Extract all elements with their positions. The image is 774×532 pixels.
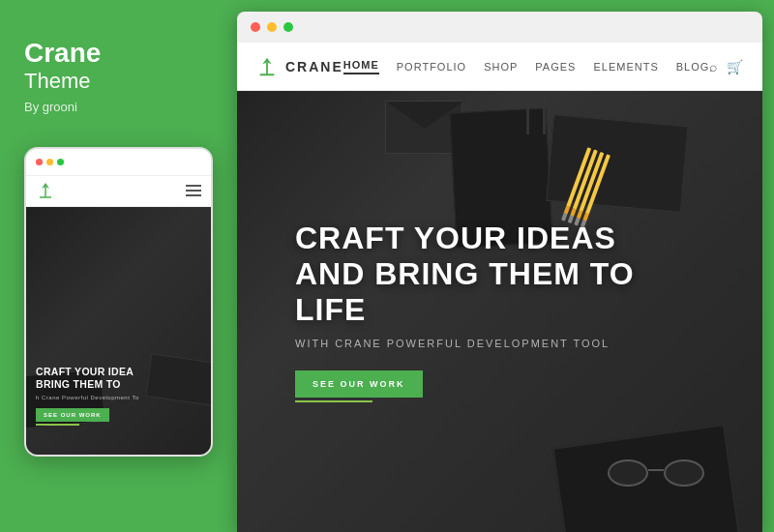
nav-item-blog[interactable]: BLOG [676, 61, 710, 73]
left-panel: Crane Theme By grooni [0, 0, 237, 532]
mobile-nav [26, 176, 211, 207]
site-logo: CRANE [256, 56, 343, 77]
mobile-dot-red [36, 159, 43, 165]
hero-cta-button[interactable]: SEE OUR WORK [295, 370, 423, 398]
mobile-hero-content: CRAFT YOUR IDEA BRING THEM TO h Crane Po… [36, 366, 201, 426]
nav-icons: ⌕ 🛒 [709, 59, 743, 74]
mobile-top-bar [26, 149, 211, 176]
nav-item-elements[interactable]: ELEMENTS [593, 61, 658, 73]
hamburger-line [186, 190, 201, 192]
book-2-decoration [546, 114, 688, 213]
theme-title-block: Crane Theme By grooni [24, 39, 101, 137]
glasses-right-lens [664, 459, 704, 487]
browser-window: CRANE HOME PORTFOLIO SHOP PAGES ELEMENTS… [237, 12, 762, 532]
glasses-bridge [648, 469, 664, 471]
nav-item-home[interactable]: HOME [343, 59, 379, 74]
mobile-window-dots [36, 159, 64, 165]
hero-subtitle: With Crane Powerful Development Tool [295, 338, 663, 349]
site-logo-icon [256, 56, 278, 77]
mobile-dot-green [57, 159, 64, 165]
hamburger-line [186, 185, 201, 187]
hero-title-line2: AND BRING THEM TO LIFE [295, 256, 663, 328]
hero-main-title: CRAFT YOUR IDEAS AND BRING THEM TO LIFE [295, 221, 663, 327]
theme-title: Crane [24, 39, 101, 69]
theme-subtitle: Theme [24, 69, 101, 94]
nav-item-portfolio[interactable]: PORTFOLIO [397, 61, 466, 73]
hero-cta-underline [295, 400, 372, 402]
website-content: CRANE HOME PORTFOLIO SHOP PAGES ELEMENTS… [237, 43, 762, 532]
mobile-hero-title: CRAFT YOUR IDEA BRING THEM TO [36, 366, 201, 392]
hero-text: CRAFT YOUR IDEAS AND BRING THEM TO LIFE … [295, 221, 663, 401]
mobile-mockup: CRAFT YOUR IDEA BRING THEM TO h Crane Po… [24, 147, 213, 457]
glasses-left-lens [608, 459, 648, 487]
site-logo-text: CRANE [285, 59, 343, 74]
mobile-dot-yellow [46, 159, 53, 165]
mobile-cta-button[interactable]: SEE OUR WORK [36, 408, 109, 422]
nav-item-shop[interactable]: SHOP [484, 61, 518, 73]
browser-dot-yellow [267, 22, 277, 32]
nav-item-pages[interactable]: PAGES [535, 61, 576, 73]
glasses-decoration [608, 459, 704, 493]
binder-clip [526, 105, 546, 134]
site-nav: CRANE HOME PORTFOLIO SHOP PAGES ELEMENTS… [237, 43, 762, 91]
mobile-logo-icon [36, 181, 55, 200]
theme-by: By grooni [24, 100, 101, 114]
cart-icon[interactable]: 🛒 [727, 59, 743, 74]
mobile-hero-sub: h Crane Powerful Development To [36, 395, 201, 400]
binder-clip-decoration [526, 105, 555, 154]
site-hero: CRAFT YOUR IDEAS AND BRING THEM TO LIFE … [237, 91, 762, 532]
browser-dot-green [283, 22, 293, 32]
hero-title-line1: CRAFT YOUR IDEAS [295, 221, 663, 256]
site-nav-menu: HOME PORTFOLIO SHOP PAGES ELEMENTS BLOG [343, 59, 710, 74]
browser-dot-red [251, 22, 260, 32]
mobile-cta-underline [36, 424, 79, 426]
browser-top-bar [237, 12, 762, 43]
search-icon[interactable]: ⌕ [709, 59, 717, 74]
hamburger-icon[interactable] [186, 185, 201, 196]
mobile-hero: CRAFT YOUR IDEA BRING THEM TO h Crane Po… [26, 207, 211, 455]
hamburger-line [186, 194, 201, 196]
